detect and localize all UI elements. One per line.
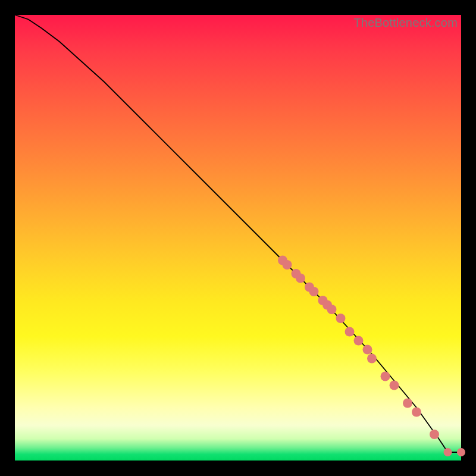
data-point (363, 345, 372, 355)
data-point (336, 314, 346, 323)
data-points-layer (278, 256, 465, 457)
data-point (367, 354, 377, 364)
data-point (354, 336, 364, 346)
data-point (430, 430, 439, 439)
chart-stage: TheBottleneck.com (0, 0, 476, 476)
data-point (345, 327, 355, 337)
data-point (390, 381, 399, 390)
data-point (327, 305, 337, 314)
data-point (309, 287, 319, 296)
data-point (381, 372, 390, 381)
data-point (283, 260, 292, 270)
data-point (412, 408, 421, 417)
data-point (457, 448, 465, 456)
data-point (444, 448, 452, 456)
chart-svg (15, 15, 461, 461)
chart-plot-area: TheBottleneck.com (15, 15, 461, 461)
data-point (403, 399, 412, 408)
data-point (296, 274, 305, 283)
